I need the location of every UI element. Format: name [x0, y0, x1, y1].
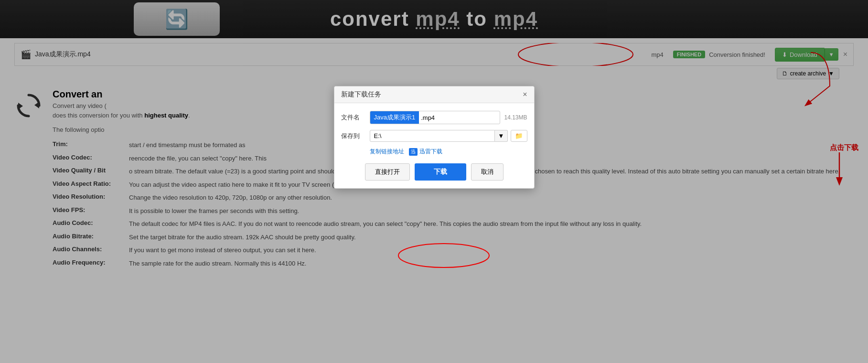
modal-header: 新建下载任务 ×: [334, 86, 534, 103]
thunder-icon: 迅: [409, 148, 418, 156]
modal-download-button[interactable]: 下载: [415, 163, 466, 181]
modal-body: 文件名 Java成果演示1.mp4 14.13MB 保存到 ▼ 📁 复制链接地址: [334, 103, 534, 188]
modal-file-ext: .mp4: [419, 112, 437, 123]
modal-links-row: 复制链接地址 迅 迅雷下载: [341, 148, 527, 156]
modal-actions: 直接打开 下载 取消: [341, 163, 527, 181]
modal-title: 新建下载任务: [341, 90, 381, 99]
modal-close-button[interactable]: ×: [523, 90, 527, 99]
modal-filesize: 14.13MB: [504, 114, 527, 121]
modal-folder-button[interactable]: 📁: [511, 130, 527, 142]
modal-copy-link[interactable]: 复制链接地址: [370, 148, 404, 156]
thunder-label: 迅雷下载: [419, 148, 442, 156]
modal-filename-row: 文件名 Java成果演示1.mp4 14.13MB: [341, 111, 527, 124]
download-dialog: 新建下载任务 × 文件名 Java成果演示1.mp4 14.13MB 保存到 ▼: [334, 86, 535, 189]
modal-open-button[interactable]: 直接打开: [365, 163, 410, 181]
modal-savepath-row: 保存到 ▼ 📁: [341, 130, 527, 142]
modal-save-dropdown[interactable]: ▼: [495, 130, 507, 142]
modal-filename-selected[interactable]: Java成果演示1: [370, 111, 419, 124]
modal-save-input[interactable]: [370, 130, 495, 142]
modal-save-label: 保存到: [341, 132, 365, 140]
modal-overlay: 新建下载任务 × 文件名 Java成果演示1.mp4 14.13MB 保存到 ▼: [0, 0, 868, 281]
modal-thunder-download[interactable]: 迅 迅雷下载: [409, 148, 442, 156]
modal-cancel-button[interactable]: 取消: [471, 163, 504, 181]
modal-file-label: 文件名: [341, 113, 365, 122]
